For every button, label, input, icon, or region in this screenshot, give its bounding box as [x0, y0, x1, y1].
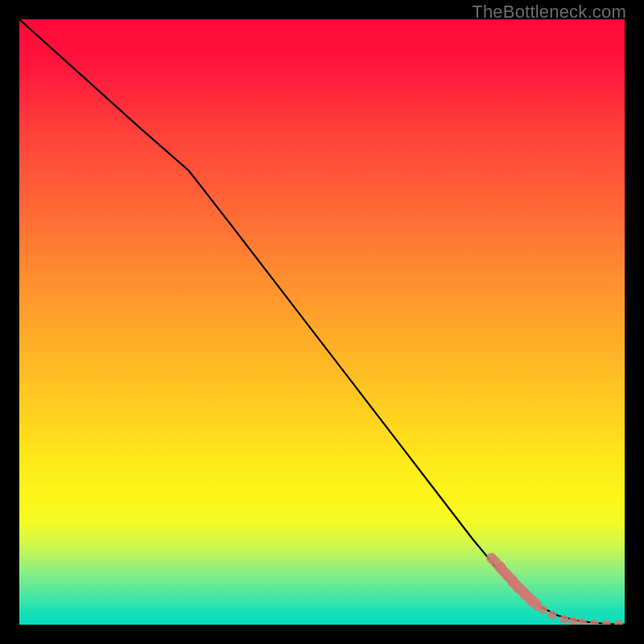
data-point [590, 619, 599, 625]
data-point [559, 615, 568, 624]
curve-line [19, 19, 625, 625]
data-points [486, 553, 623, 625]
data-point [486, 553, 497, 564]
data-point [569, 617, 578, 625]
data-point [602, 620, 611, 625]
watermark-text: TheBottleneck.com [472, 2, 626, 23]
chart-frame: TheBottleneck.com [0, 0, 644, 644]
data-point [578, 618, 587, 625]
data-point [547, 610, 556, 619]
chart-overlay [19, 19, 625, 625]
data-point [539, 605, 547, 614]
data-point [614, 620, 623, 625]
